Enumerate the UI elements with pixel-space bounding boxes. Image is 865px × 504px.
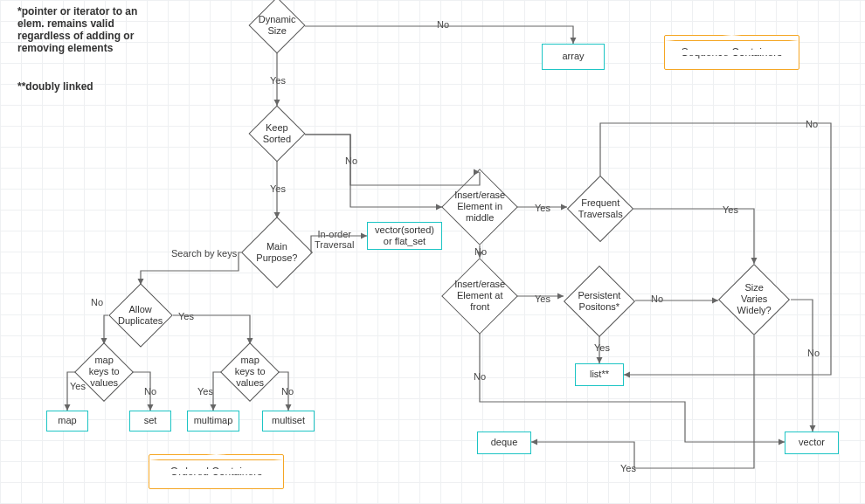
label-no: No: [437, 19, 449, 30]
terminal-list: list**: [575, 363, 624, 386]
label-no: No: [651, 293, 663, 304]
decision-insert-middle: Insert/erase Element in middle: [441, 169, 518, 245]
terminal-set: set: [129, 411, 171, 432]
terminal-multiset: multiset: [262, 411, 315, 432]
decision-allow-duplicates: Allow Duplicates: [108, 283, 173, 348]
label-search-by-keys: Search by keys: [171, 248, 237, 259]
decision-main-purpose: Main Purpose?: [241, 217, 313, 288]
label-yes: Yes: [535, 293, 550, 304]
terminal-vector-sorted: vector(sorted) or flat_set: [367, 222, 442, 250]
decision-persistent-positions: Persistent Positons*: [564, 266, 635, 337]
label-yes: Yes: [535, 203, 550, 213]
label-no: No: [474, 371, 486, 382]
banner-sequence: Sequence Containers: [664, 35, 799, 70]
decision-size-varies: Size Varies Widely?: [718, 264, 790, 335]
decision-map-keys-left: map keys to values: [74, 342, 134, 402]
terminal-deque: deque: [477, 432, 531, 454]
label-yes: Yes: [270, 75, 286, 86]
label-no: No: [91, 297, 103, 307]
footnote-2: **doubly linked: [17, 80, 93, 93]
label-no: No: [807, 348, 820, 358]
terminal-array: array: [542, 44, 605, 70]
label-yes: Yes: [594, 342, 610, 353]
label-no: No: [474, 246, 487, 257]
label-yes: Yes: [70, 381, 86, 391]
label-no: No: [345, 155, 357, 166]
label-no: No: [144, 386, 156, 397]
label-no: No: [806, 119, 818, 129]
label-in-order-traversal: In-order Traversal: [315, 229, 354, 250]
label-yes: Yes: [178, 311, 194, 321]
label-yes: Yes: [620, 463, 636, 473]
label-no: No: [281, 386, 294, 397]
decision-frequent-traversals: Frequent Traversals: [567, 176, 633, 242]
decision-insert-front: Insert/erase Element at front: [441, 258, 518, 335]
terminal-map: map: [46, 411, 88, 432]
banner-ordered: Ordered Containers: [149, 454, 284, 489]
terminal-multimap: multimap: [187, 411, 239, 432]
footnote-1: *pointer or iterator to an elem. remains…: [17, 5, 137, 54]
label-yes: Yes: [197, 386, 213, 397]
diagram-canvas: *pointer or iterator to an elem. remains…: [0, 0, 865, 504]
decision-map-keys-right: map keys to values: [220, 342, 280, 402]
terminal-vector: vector: [785, 432, 839, 454]
decision-dynamic-size: Dynamic Size: [248, 0, 305, 54]
label-yes: Yes: [723, 204, 738, 215]
decision-keep-sorted: Keep Sorted: [248, 105, 305, 162]
label-yes: Yes: [270, 183, 286, 194]
